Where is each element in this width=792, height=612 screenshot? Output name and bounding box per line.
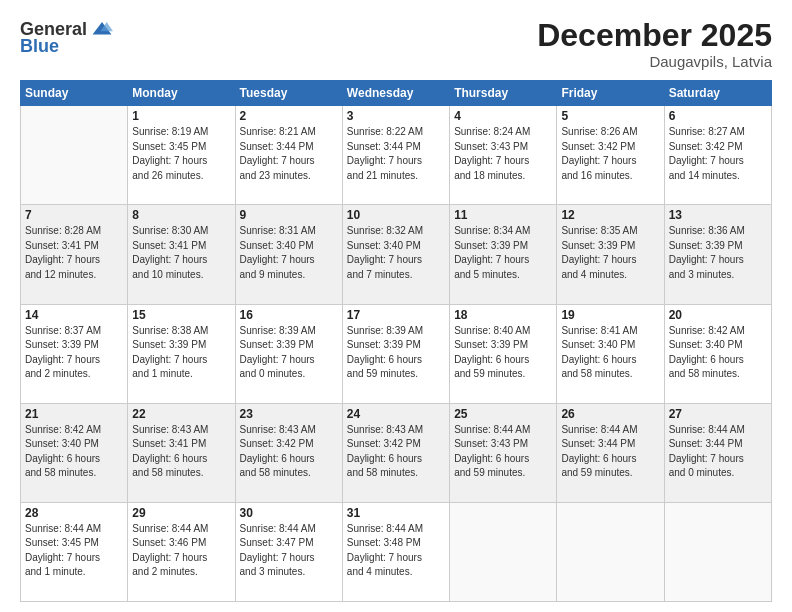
col-wednesday: Wednesday [342, 81, 449, 106]
day-info: Sunrise: 8:32 AMSunset: 3:40 PMDaylight:… [347, 224, 445, 282]
table-row: 25Sunrise: 8:44 AMSunset: 3:43 PMDayligh… [450, 403, 557, 502]
page: General Blue December 2025 Daugavpils, L… [0, 0, 792, 612]
day-info: Sunrise: 8:44 AMSunset: 3:46 PMDaylight:… [132, 522, 230, 580]
table-row [21, 106, 128, 205]
day-number: 19 [561, 308, 659, 322]
table-row: 19Sunrise: 8:41 AMSunset: 3:40 PMDayligh… [557, 304, 664, 403]
table-row: 11Sunrise: 8:34 AMSunset: 3:39 PMDayligh… [450, 205, 557, 304]
day-info: Sunrise: 8:40 AMSunset: 3:39 PMDaylight:… [454, 324, 552, 382]
table-row: 13Sunrise: 8:36 AMSunset: 3:39 PMDayligh… [664, 205, 771, 304]
calendar-week-row: 14Sunrise: 8:37 AMSunset: 3:39 PMDayligh… [21, 304, 772, 403]
col-friday: Friday [557, 81, 664, 106]
day-info: Sunrise: 8:39 AMSunset: 3:39 PMDaylight:… [240, 324, 338, 382]
day-info: Sunrise: 8:28 AMSunset: 3:41 PMDaylight:… [25, 224, 123, 282]
table-row: 8Sunrise: 8:30 AMSunset: 3:41 PMDaylight… [128, 205, 235, 304]
day-info: Sunrise: 8:26 AMSunset: 3:42 PMDaylight:… [561, 125, 659, 183]
day-info: Sunrise: 8:31 AMSunset: 3:40 PMDaylight:… [240, 224, 338, 282]
day-number: 21 [25, 407, 123, 421]
table-row [557, 502, 664, 601]
col-tuesday: Tuesday [235, 81, 342, 106]
day-info: Sunrise: 8:44 AMSunset: 3:44 PMDaylight:… [669, 423, 767, 481]
day-info: Sunrise: 8:34 AMSunset: 3:39 PMDaylight:… [454, 224, 552, 282]
table-row: 15Sunrise: 8:38 AMSunset: 3:39 PMDayligh… [128, 304, 235, 403]
day-info: Sunrise: 8:43 AMSunset: 3:41 PMDaylight:… [132, 423, 230, 481]
day-info: Sunrise: 8:27 AMSunset: 3:42 PMDaylight:… [669, 125, 767, 183]
table-row: 26Sunrise: 8:44 AMSunset: 3:44 PMDayligh… [557, 403, 664, 502]
day-info: Sunrise: 8:37 AMSunset: 3:39 PMDaylight:… [25, 324, 123, 382]
day-number: 13 [669, 208, 767, 222]
day-number: 12 [561, 208, 659, 222]
day-info: Sunrise: 8:44 AMSunset: 3:43 PMDaylight:… [454, 423, 552, 481]
day-info: Sunrise: 8:42 AMSunset: 3:40 PMDaylight:… [25, 423, 123, 481]
table-row: 24Sunrise: 8:43 AMSunset: 3:42 PMDayligh… [342, 403, 449, 502]
day-info: Sunrise: 8:43 AMSunset: 3:42 PMDaylight:… [240, 423, 338, 481]
month-title: December 2025 [537, 18, 772, 53]
day-number: 3 [347, 109, 445, 123]
col-sunday: Sunday [21, 81, 128, 106]
day-info: Sunrise: 8:19 AMSunset: 3:45 PMDaylight:… [132, 125, 230, 183]
day-info: Sunrise: 8:35 AMSunset: 3:39 PMDaylight:… [561, 224, 659, 282]
calendar-table: Sunday Monday Tuesday Wednesday Thursday… [20, 80, 772, 602]
day-info: Sunrise: 8:43 AMSunset: 3:42 PMDaylight:… [347, 423, 445, 481]
table-row: 30Sunrise: 8:44 AMSunset: 3:47 PMDayligh… [235, 502, 342, 601]
calendar-week-row: 21Sunrise: 8:42 AMSunset: 3:40 PMDayligh… [21, 403, 772, 502]
day-number: 6 [669, 109, 767, 123]
table-row: 1Sunrise: 8:19 AMSunset: 3:45 PMDaylight… [128, 106, 235, 205]
day-info: Sunrise: 8:44 AMSunset: 3:47 PMDaylight:… [240, 522, 338, 580]
day-number: 8 [132, 208, 230, 222]
table-row: 14Sunrise: 8:37 AMSunset: 3:39 PMDayligh… [21, 304, 128, 403]
table-row: 23Sunrise: 8:43 AMSunset: 3:42 PMDayligh… [235, 403, 342, 502]
table-row: 3Sunrise: 8:22 AMSunset: 3:44 PMDaylight… [342, 106, 449, 205]
day-number: 5 [561, 109, 659, 123]
day-info: Sunrise: 8:42 AMSunset: 3:40 PMDaylight:… [669, 324, 767, 382]
day-number: 17 [347, 308, 445, 322]
table-row: 18Sunrise: 8:40 AMSunset: 3:39 PMDayligh… [450, 304, 557, 403]
day-number: 28 [25, 506, 123, 520]
day-number: 7 [25, 208, 123, 222]
header: General Blue December 2025 Daugavpils, L… [20, 18, 772, 70]
table-row: 4Sunrise: 8:24 AMSunset: 3:43 PMDaylight… [450, 106, 557, 205]
day-number: 22 [132, 407, 230, 421]
day-info: Sunrise: 8:38 AMSunset: 3:39 PMDaylight:… [132, 324, 230, 382]
day-number: 29 [132, 506, 230, 520]
day-info: Sunrise: 8:30 AMSunset: 3:41 PMDaylight:… [132, 224, 230, 282]
table-row: 12Sunrise: 8:35 AMSunset: 3:39 PMDayligh… [557, 205, 664, 304]
day-number: 1 [132, 109, 230, 123]
table-row: 5Sunrise: 8:26 AMSunset: 3:42 PMDaylight… [557, 106, 664, 205]
col-saturday: Saturday [664, 81, 771, 106]
day-number: 23 [240, 407, 338, 421]
day-number: 4 [454, 109, 552, 123]
day-info: Sunrise: 8:39 AMSunset: 3:39 PMDaylight:… [347, 324, 445, 382]
day-info: Sunrise: 8:24 AMSunset: 3:43 PMDaylight:… [454, 125, 552, 183]
table-row: 17Sunrise: 8:39 AMSunset: 3:39 PMDayligh… [342, 304, 449, 403]
table-row: 6Sunrise: 8:27 AMSunset: 3:42 PMDaylight… [664, 106, 771, 205]
day-number: 11 [454, 208, 552, 222]
logo-icon [91, 18, 113, 40]
table-row: 22Sunrise: 8:43 AMSunset: 3:41 PMDayligh… [128, 403, 235, 502]
day-number: 30 [240, 506, 338, 520]
table-row: 10Sunrise: 8:32 AMSunset: 3:40 PMDayligh… [342, 205, 449, 304]
day-info: Sunrise: 8:21 AMSunset: 3:44 PMDaylight:… [240, 125, 338, 183]
location: Daugavpils, Latvia [537, 53, 772, 70]
day-info: Sunrise: 8:44 AMSunset: 3:45 PMDaylight:… [25, 522, 123, 580]
table-row: 20Sunrise: 8:42 AMSunset: 3:40 PMDayligh… [664, 304, 771, 403]
table-row: 31Sunrise: 8:44 AMSunset: 3:48 PMDayligh… [342, 502, 449, 601]
col-monday: Monday [128, 81, 235, 106]
day-number: 9 [240, 208, 338, 222]
day-number: 27 [669, 407, 767, 421]
day-number: 24 [347, 407, 445, 421]
day-info: Sunrise: 8:36 AMSunset: 3:39 PMDaylight:… [669, 224, 767, 282]
day-number: 31 [347, 506, 445, 520]
table-row: 28Sunrise: 8:44 AMSunset: 3:45 PMDayligh… [21, 502, 128, 601]
day-number: 26 [561, 407, 659, 421]
day-number: 15 [132, 308, 230, 322]
day-number: 25 [454, 407, 552, 421]
day-number: 2 [240, 109, 338, 123]
day-number: 16 [240, 308, 338, 322]
day-number: 18 [454, 308, 552, 322]
table-row: 27Sunrise: 8:44 AMSunset: 3:44 PMDayligh… [664, 403, 771, 502]
day-info: Sunrise: 8:44 AMSunset: 3:44 PMDaylight:… [561, 423, 659, 481]
day-info: Sunrise: 8:22 AMSunset: 3:44 PMDaylight:… [347, 125, 445, 183]
calendar-header-row: Sunday Monday Tuesday Wednesday Thursday… [21, 81, 772, 106]
table-row: 21Sunrise: 8:42 AMSunset: 3:40 PMDayligh… [21, 403, 128, 502]
